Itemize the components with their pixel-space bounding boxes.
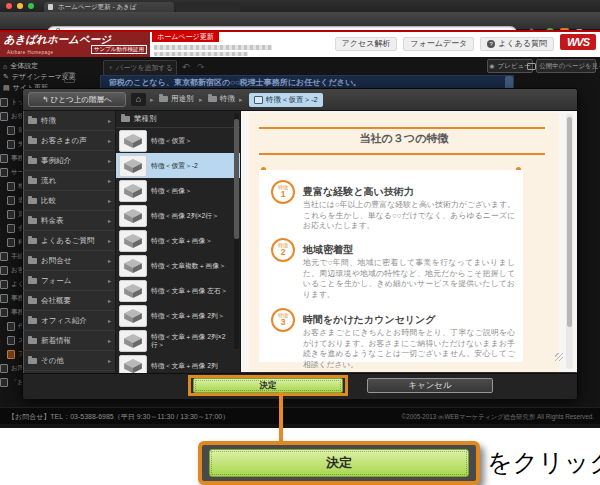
up-one-level-button[interactable]: ↰ ひとつ上の階層へ — [28, 92, 126, 107]
nav-faq[interactable]: ?よくある質問 — [480, 37, 554, 51]
template-item[interactable]: 特徴＜文章＋画像 左右＞ — [116, 278, 240, 303]
template-item[interactable]: 特徴＜文章＋画像 2列＞ — [116, 303, 240, 328]
home-icon[interactable]: ⌂ — [131, 93, 146, 106]
sidebar-item-global-settings[interactable]: ⌂全体設定 — [3, 61, 38, 71]
category-feature[interactable]: 特徴▸ — [23, 111, 115, 131]
browser-toolbar: ◄ ► ↻ https: ☆ ✎ 1 ≡ — [0, 12, 600, 30]
dialog-footer: 決定 キャンセル — [23, 373, 577, 399]
monitor-icon — [527, 63, 536, 70]
chevron-right-icon: ▸ — [108, 137, 111, 144]
view-published-page-button[interactable]: 公開中のページを見る — [536, 59, 596, 73]
block-thumbnail — [119, 205, 147, 227]
breadcrumb-folder-feature[interactable]: 特徴 — [208, 94, 235, 104]
nav-access-analytics[interactable]: アクセス解析 — [335, 37, 398, 51]
page-icon — [7, 210, 15, 219]
template-item[interactable]: 特徴＜文章＋画像 2列×2行＞ — [116, 328, 240, 353]
category-office[interactable]: オフィス紹介▸ — [23, 311, 115, 331]
traffic-light-minimize-icon[interactable] — [17, 3, 23, 9]
template-item[interactable]: 特徴＜画像＞ — [116, 178, 240, 203]
template-list-scrollbar[interactable] — [234, 113, 239, 349]
block-thumbnail — [119, 305, 147, 327]
cancel-button[interactable]: キャンセル — [367, 378, 493, 393]
preview-page: 当社の３つの特徴 特徴1 豊富な経験と高い技術力 当社には○年以上の豊富な経験と… — [249, 113, 559, 372]
feature-1-body: 当社には○年以上の豊富な経験と高い技術力がございます。これらを生かし、単なる○○… — [303, 200, 515, 232]
page-icon — [7, 350, 15, 359]
page-icon — [0, 98, 8, 107]
breadcrumb-folder-usage[interactable]: 用途別 — [159, 94, 194, 104]
template-list: 業種別 特徴＜仮置＞ 特徴＜仮置＞-2 特徴＜画像＞ 特徴＜画像 2列×2行＞ … — [115, 111, 241, 373]
folder-icon — [28, 178, 37, 184]
template-icon — [254, 96, 263, 104]
page-icon — [0, 252, 8, 261]
template-item[interactable]: 特徴＜文章＋画像 2列 — [116, 353, 240, 373]
block-thumbnail — [119, 130, 147, 152]
chevron-right-icon: ▸ — [108, 217, 111, 224]
folder-icon — [28, 318, 37, 324]
traffic-light-zoom-icon[interactable] — [28, 3, 34, 9]
page-icon — [0, 168, 8, 177]
category-pricing[interactable]: 料金表▸ — [23, 211, 115, 231]
new-tab-area[interactable] — [176, 2, 240, 12]
folder-icon — [28, 258, 37, 264]
redo-icon[interactable]: ↷ — [197, 60, 205, 74]
akibare-logo: あきばれホームページ Akibare Homepage サンプル動作検証用 — [0, 32, 150, 57]
preview-scrollbar[interactable] — [566, 114, 573, 369]
template-item[interactable]: 特徴＜画像 2列×2行＞ — [116, 203, 240, 228]
breadcrumb-bar: ↰ ひとつ上の階層へ ⌂ ▸ 用途別 ▸ 特徴 ▸ 特徴＜仮置＞-2 — [23, 89, 577, 111]
divider — [259, 127, 545, 129]
chevron-right-icon: ▸ — [199, 96, 203, 104]
category-faq[interactable]: よくあるご質問▸ — [23, 231, 115, 251]
footer-copyright: ©2005-2013 ㈱WEBマーケティング総合研究所 All Rights R… — [402, 413, 594, 422]
block-thumbnail — [119, 180, 147, 202]
header-nav: アクセス解析 フォームデータ ?よくある質問 — [335, 37, 554, 51]
home-icon: ⌂ — [3, 63, 7, 70]
add-parts-button[interactable]: ＋ パーツを追加する — [103, 60, 177, 76]
category-flow[interactable]: 流れ▸ — [23, 171, 115, 191]
chevron-right-icon: ▸ — [108, 117, 111, 124]
ok-button[interactable]: 決定 — [193, 378, 343, 393]
redacted-text — [154, 45, 272, 50]
pencil-icon: ✎ — [3, 73, 9, 81]
category-form[interactable]: フォーム▸ — [23, 271, 115, 291]
chevron-right-icon: ▸ — [108, 197, 111, 204]
feature-1-heading: 豊富な経験と高い技術力 — [303, 185, 414, 199]
resize-handle[interactable] — [555, 353, 563, 361]
category-compare[interactable]: 比較▸ — [23, 191, 115, 211]
template-item[interactable]: 特徴＜仮置＞ — [116, 128, 240, 153]
preview-button[interactable]: ◉プレビュー — [487, 59, 533, 73]
undo-icon[interactable]: ↶ — [182, 60, 190, 74]
divider — [259, 153, 545, 155]
folder-icon — [28, 298, 37, 304]
block-thumbnail — [119, 230, 147, 252]
page-icon — [0, 378, 8, 387]
template-item-selected[interactable]: 特徴＜仮置＞-2 — [116, 153, 240, 178]
category-news[interactable]: 新着情報▸ — [23, 331, 115, 351]
page-icon — [7, 336, 15, 345]
category-other[interactable]: その他▸ — [23, 351, 115, 371]
feature-3-badge: 特徴3 — [271, 308, 295, 332]
chevron-right-icon: ▸ — [108, 357, 111, 364]
category-contact[interactable]: お問合せ▸ — [23, 251, 115, 271]
page-icon — [0, 280, 8, 289]
breadcrumb-current[interactable]: 特徴＜仮置＞-2 — [249, 93, 323, 107]
collapse-sidebar-icon[interactable]: › — [64, 72, 75, 83]
page-icon — [0, 308, 8, 317]
chevron-right-icon: ▸ — [108, 277, 111, 284]
nav-form-data[interactable]: フォームデータ — [403, 37, 474, 51]
category-company[interactable]: 会社概要▸ — [23, 291, 115, 311]
category-cases[interactable]: 事例紹介▸ — [23, 151, 115, 171]
folder-icon — [121, 116, 130, 122]
traffic-light-close-icon[interactable] — [6, 3, 12, 9]
folder-icon — [28, 238, 37, 244]
browser-tab[interactable]: ホームページ更新 - あきば — [44, 2, 174, 12]
category-voices[interactable]: お客さまの声▸ — [23, 131, 115, 151]
folder-item-industry[interactable]: 業種別 — [116, 111, 240, 128]
chevron-right-icon: ▸ — [108, 257, 111, 264]
chevron-right-icon: ▸ — [239, 96, 243, 104]
folder-icon — [28, 138, 37, 144]
template-item[interactable]: 特徴＜文章＋画像＞ — [116, 228, 240, 253]
redacted-text — [154, 52, 248, 56]
template-item[interactable]: 特徴＜文章複数＋画像＞ — [116, 253, 240, 278]
question-icon: ? — [487, 40, 495, 48]
chevron-right-icon: ▸ — [150, 96, 154, 104]
